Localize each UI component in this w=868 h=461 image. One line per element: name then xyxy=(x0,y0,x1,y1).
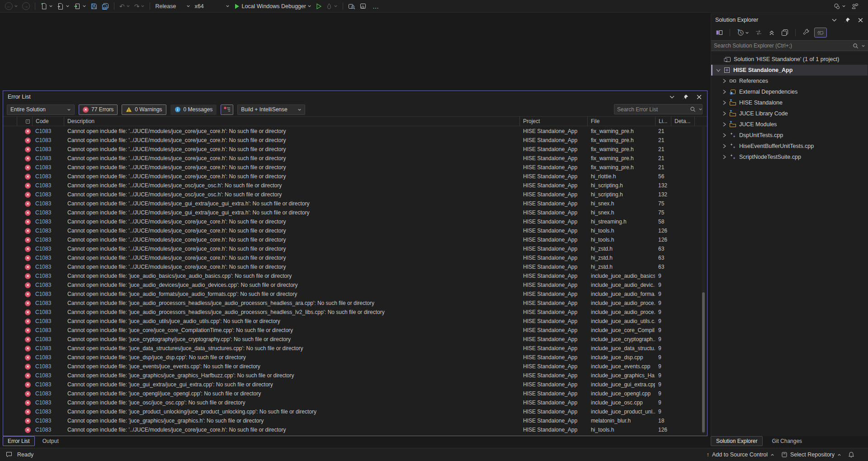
error-code-link[interactable]: C1083 xyxy=(32,146,64,152)
error-code-link[interactable]: C1083 xyxy=(32,418,64,424)
error-code-link[interactable]: C1083 xyxy=(32,173,64,180)
redo-button[interactable]: ↷ xyxy=(133,1,146,11)
scrollbar-thumb[interactable] xyxy=(702,292,705,432)
error-row[interactable]: ✕ C1083 Cannot open include file: '../JU… xyxy=(3,235,707,244)
collapse-all-button[interactable] xyxy=(767,28,777,38)
search-icon[interactable] xyxy=(853,43,859,49)
error-code-link[interactable]: C1083 xyxy=(32,273,64,279)
save-all-button[interactable] xyxy=(100,1,110,11)
open-file-button[interactable] xyxy=(56,1,71,11)
chevron-right-icon[interactable] xyxy=(721,78,727,84)
copilot-status-button[interactable] xyxy=(832,1,847,11)
error-row[interactable]: ✕ C1083 Cannot open include file: 'juce_… xyxy=(3,290,707,299)
tab-error-list[interactable]: Error List xyxy=(3,436,35,446)
error-row[interactable]: ✕ C1083 Cannot open include file: '../JU… xyxy=(3,262,707,271)
tree-item-juce-modules[interactable]: JUCE Modules xyxy=(711,119,868,130)
error-row[interactable]: ✕ C1083 Cannot open include file: '../JU… xyxy=(3,244,707,253)
tab-output[interactable]: Output xyxy=(38,436,64,446)
hot-reload-button[interactable] xyxy=(325,1,339,11)
switch-views-button[interactable] xyxy=(714,28,724,38)
chevron-right-icon[interactable] xyxy=(721,100,727,106)
error-row[interactable]: ✕ C1083 Cannot open include file: '../JU… xyxy=(3,127,707,136)
properties-button[interactable] xyxy=(801,28,811,38)
notifications-button[interactable] xyxy=(846,449,856,460)
search-icon[interactable] xyxy=(690,106,696,112)
platform-select[interactable]: x64 xyxy=(193,1,231,11)
tree-item-references[interactable]: References xyxy=(711,76,868,86)
error-code-link[interactable]: C1083 xyxy=(32,390,64,397)
nav-forward-button[interactable]: → xyxy=(21,1,31,11)
error-code-link[interactable]: C1083 xyxy=(32,372,64,379)
error-row[interactable]: ✕ C1083 Cannot open include file: 'juce_… xyxy=(3,299,707,308)
error-row[interactable]: ✕ C1083 Cannot open include file: '../JU… xyxy=(3,154,707,163)
error-row[interactable]: ✕ C1083 Cannot open include file: '../JU… xyxy=(3,136,707,145)
error-code-link[interactable]: C1083 xyxy=(32,246,64,252)
scope-select[interactable]: Entire Solution xyxy=(7,105,75,115)
error-row[interactable]: ✕ C1083 Cannot open include file: 'juce_… xyxy=(3,344,707,353)
chevron-right-icon[interactable] xyxy=(721,110,727,117)
error-row[interactable]: ✕ C1083 Cannot open include file: '../JU… xyxy=(3,199,707,208)
error-code-link[interactable]: C1083 xyxy=(32,264,64,270)
error-row[interactable]: ✕ C1083 Cannot open include file: 'juce_… xyxy=(3,317,707,326)
error-code-link[interactable]: C1083 xyxy=(32,327,64,333)
tree-item-dspunittests-cpp[interactable]: DspUnitTests.cpp xyxy=(711,130,868,141)
toolbar-overflow-button[interactable]: … xyxy=(369,1,382,11)
error-code-link[interactable]: C1083 xyxy=(32,345,64,352)
chevron-right-icon[interactable] xyxy=(721,154,727,160)
error-code-link[interactable]: C1083 xyxy=(32,255,64,261)
error-row[interactable]: ✕ C1083 Cannot open include file: '../JU… xyxy=(3,145,707,154)
save-button[interactable] xyxy=(89,1,99,11)
error-code-link[interactable]: C1083 xyxy=(32,209,64,216)
send-feedback-button[interactable] xyxy=(850,1,860,11)
error-row[interactable]: ✕ C1083 Cannot open include file: 'juce_… xyxy=(3,362,707,371)
error-code-link[interactable]: C1083 xyxy=(32,300,64,306)
error-code-link[interactable]: C1083 xyxy=(32,228,64,234)
preview-selected-items-toggle[interactable] xyxy=(814,28,827,38)
error-code-link[interactable]: C1083 xyxy=(32,282,64,288)
error-code-link[interactable]: C1083 xyxy=(32,200,64,207)
tab-git-changes[interactable]: Git Changes xyxy=(766,436,807,446)
header-severity[interactable] xyxy=(17,117,32,126)
header-project[interactable]: Project xyxy=(519,117,587,126)
configuration-select[interactable]: Release xyxy=(154,1,192,11)
header-file[interactable]: File xyxy=(587,117,655,126)
close-button[interactable] xyxy=(695,93,703,100)
error-code-link[interactable]: C1083 xyxy=(32,309,64,315)
error-code-link[interactable]: C1083 xyxy=(32,354,64,361)
add-item-button[interactable] xyxy=(72,1,88,11)
pin-button[interactable] xyxy=(682,93,689,100)
error-row[interactable]: ✕ C1083 Cannot open include file: 'juce_… xyxy=(3,326,707,335)
error-row[interactable]: ✕ C1083 Cannot open include file: '../JU… xyxy=(3,208,707,217)
window-options-button[interactable] xyxy=(668,93,675,100)
error-code-link[interactable]: C1083 xyxy=(32,363,64,370)
error-code-link[interactable]: C1083 xyxy=(32,318,64,324)
chevron-right-icon[interactable] xyxy=(721,89,727,95)
error-row[interactable]: ✕ C1083 Cannot open include file: '../JU… xyxy=(3,181,707,190)
close-button[interactable] xyxy=(857,16,864,24)
start-without-debugging-button[interactable] xyxy=(314,1,323,11)
tree-item-hise-standalone[interactable]: HISE Standalone xyxy=(711,97,868,108)
chevron-down-icon[interactable] xyxy=(861,44,865,48)
error-list-search-input[interactable] xyxy=(617,106,687,113)
tree-item-solution-hise-standalone-1-of-1-project[interactable]: Solution 'HISE Standalone' (1 of 1 proje… xyxy=(711,54,868,65)
error-code-link[interactable]: C1083 xyxy=(32,237,64,243)
add-to-source-control-button[interactable]: ↑ Add to Source Control xyxy=(705,449,776,460)
error-code-link[interactable]: C1083 xyxy=(32,128,64,134)
select-repository-button[interactable]: Select Repository xyxy=(779,449,843,460)
error-row[interactable]: ✕ C1083 Cannot open include file: 'juce_… xyxy=(3,389,707,398)
error-code-link[interactable]: C1083 xyxy=(32,164,64,171)
error-row[interactable]: ✕ C1083 Cannot open include file: 'juce_… xyxy=(3,353,707,362)
error-code-link[interactable]: C1083 xyxy=(32,409,64,415)
tree-item-hiseeventbufferunittests-cpp[interactable]: HiseEventBufferUnitTests.cpp xyxy=(711,141,868,152)
chevron-down-icon[interactable] xyxy=(715,67,722,73)
error-row[interactable]: ✕ C1083 Cannot open include file: '../JU… xyxy=(3,226,707,235)
header-code[interactable]: Code xyxy=(32,117,64,126)
errors-toggle[interactable]: ✕ 77 Errors xyxy=(79,105,118,115)
tree-item-juce-library-code[interactable]: JUCE Library Code xyxy=(711,108,868,119)
header-blank[interactable] xyxy=(3,117,17,126)
solution-explorer-search-input[interactable] xyxy=(714,43,850,49)
header-line[interactable]: Li... xyxy=(655,117,671,126)
tree-item-external-dependencies[interactable]: External Dependencies xyxy=(711,86,868,97)
messages-toggle[interactable]: 0 Messages xyxy=(170,105,217,115)
error-row[interactable]: ✕ C1083 Cannot open include file: 'juce_… xyxy=(3,380,707,389)
